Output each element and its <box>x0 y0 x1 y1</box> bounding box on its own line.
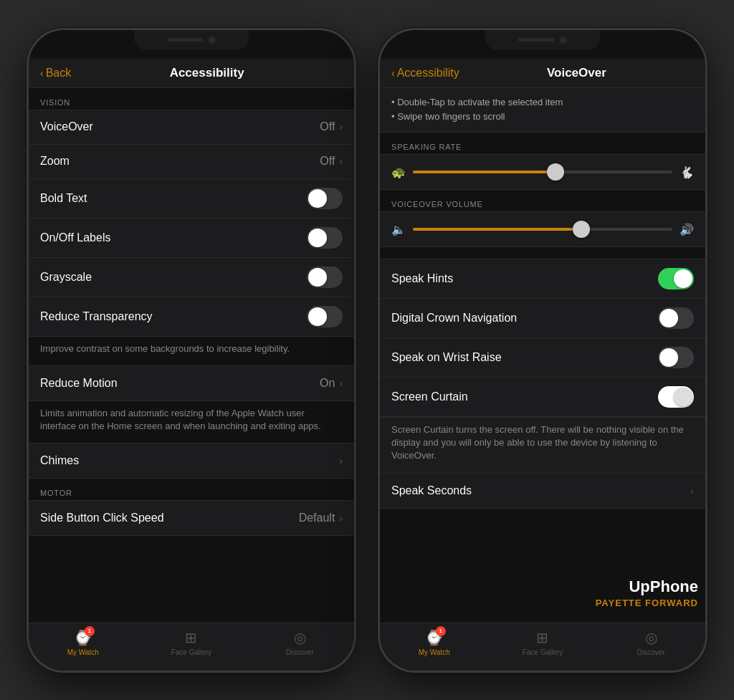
side-button-label: Side Button Click Speed <box>40 512 299 524</box>
status-bar-1 <box>29 30 354 59</box>
voiceover-row[interactable]: VoiceOver Off › <box>29 110 354 145</box>
grayscale-knob <box>308 268 327 287</box>
tab-discover-2[interactable]: ◎ Discover <box>597 629 705 656</box>
back-button-1[interactable]: ‹ Back <box>40 67 71 80</box>
rabbit-icon: 🐇 <box>680 166 694 179</box>
discover-label-1: Discover <box>286 648 314 656</box>
speak-hints-toggle[interactable] <box>658 268 694 289</box>
reduce-motion-row[interactable]: Reduce Motion On › <box>29 366 354 401</box>
tab-face-gallery-1[interactable]: ⊞ Face Gallery <box>137 629 245 656</box>
digital-crown-toggle[interactable] <box>658 307 694 329</box>
back-chevron-2: ‹ <box>391 67 395 79</box>
voiceover-toggles-group: Speak Hints Digital Crown Navigation <box>380 259 705 417</box>
nav-bar-1: ‹ Back Accessibility <box>29 59 354 88</box>
tab-discover-1[interactable]: ◎ Discover <box>246 629 354 656</box>
speaking-rate-slider-row[interactable]: 🐢 🐇 <box>380 154 705 190</box>
back-label-2: Accessibility <box>397 67 459 80</box>
back-button-2[interactable]: ‹ Accessibility <box>391 67 459 80</box>
back-chevron-1: ‹ <box>40 67 44 79</box>
vision-group: VoiceOver Off › Zoom Off › Bold Text <box>29 110 354 337</box>
discover-icon-1: ◎ <box>291 629 308 646</box>
section-vision: VISION <box>29 88 354 110</box>
voiceover-info-box: • Double-Tap to activate the selected it… <box>380 88 705 133</box>
voiceover-volume-track[interactable] <box>413 219 672 239</box>
watch-badge-2: 1 <box>436 626 446 636</box>
motion-description: Limits animation and automatic resizing … <box>29 401 354 443</box>
nav-bar-2: ‹ Accessibility VoiceOver <box>380 59 705 88</box>
speaking-rate-fill <box>413 171 556 173</box>
info-line-2: • Swipe two fingers to scroll <box>391 110 694 125</box>
turtle-icon: 🐢 <box>391 166 406 179</box>
voiceover-volume-slider-row[interactable]: 🔈 🔊 <box>380 211 705 247</box>
info-line-1: • Double-Tap to activate the selected it… <box>391 95 694 110</box>
phone-1-screen: ‹ Back Accessibility VISION VoiceOver Of… <box>29 30 354 671</box>
volume-high-icon: 🔊 <box>680 223 694 236</box>
speaking-rate-header: SPEAKING RATE <box>380 133 705 154</box>
side-button-value: Default <box>299 512 335 524</box>
reduce-transparency-knob <box>308 307 327 326</box>
speak-wrist-label: Speak on Wrist Raise <box>391 351 658 364</box>
chimes-label: Chimes <box>40 454 339 467</box>
discover-icon-2: ◎ <box>642 629 659 646</box>
speak-wrist-row[interactable]: Speak on Wrist Raise <box>380 338 705 378</box>
speak-hints-row[interactable]: Speak Hints <box>380 259 705 299</box>
nav-title-1: Accessibility <box>170 66 244 80</box>
tab-my-watch-2[interactable]: ⌚ 1 My Watch <box>380 629 488 656</box>
speak-seconds-label: Speak Seconds <box>391 484 690 497</box>
scroll-content-1[interactable]: VISION VoiceOver Off › Zoom Off › <box>29 88 354 623</box>
nav-title-2: VoiceOver <box>547 66 606 80</box>
speaker-2 <box>518 38 554 42</box>
my-watch-label-1: My Watch <box>67 648 99 656</box>
section-motor: MOTOR <box>29 479 354 500</box>
main-container: ‹ Back Accessibility VISION VoiceOver Of… <box>27 28 707 673</box>
tab-bar-2: ⌚ 1 My Watch ⊞ Face Gallery ◎ Discover <box>380 623 705 671</box>
watermark-upphone: UpPhone <box>596 577 698 598</box>
onoff-labels-row[interactable]: On/Off Labels <box>29 219 354 258</box>
reduce-transparency-toggle[interactable] <box>307 306 343 327</box>
motion-group: Reduce Motion On › <box>29 365 354 401</box>
notch-1 <box>134 30 249 50</box>
tab-face-gallery-2[interactable]: ⊞ Face Gallery <box>488 629 596 656</box>
grayscale-row[interactable]: Grayscale <box>29 258 354 297</box>
phone-2-screen: ‹ Accessibility VoiceOver • Double-Tap t… <box>380 30 705 671</box>
digital-crown-label: Digital Crown Navigation <box>391 312 658 325</box>
side-button-row[interactable]: Side Button Click Speed Default › <box>29 501 354 535</box>
speaking-rate-thumb[interactable] <box>547 163 564 181</box>
digital-crown-knob <box>659 309 678 327</box>
scroll-content-2[interactable]: • Double-Tap to activate the selected it… <box>380 88 705 623</box>
screen-curtain-label: Screen Curtain <box>391 390 658 403</box>
phone-1: ‹ Back Accessibility VISION VoiceOver Of… <box>27 28 356 673</box>
digital-crown-row[interactable]: Digital Crown Navigation <box>380 299 705 338</box>
voiceover-chevron: › <box>339 121 343 133</box>
screen-curtain-row[interactable]: Screen Curtain <box>380 378 705 416</box>
screen-curtain-description: Screen Curtain turns the screen off. The… <box>380 417 705 473</box>
face-gallery-label-2: Face Gallery <box>523 648 563 656</box>
notch-2 <box>485 30 600 50</box>
chimes-row[interactable]: Chimes › <box>29 444 354 478</box>
bold-text-toggle[interactable] <box>307 188 343 209</box>
onoff-labels-knob <box>308 229 327 247</box>
voiceover-label: VoiceOver <box>40 120 320 133</box>
speak-seconds-row[interactable]: Speak Seconds › <box>380 474 705 508</box>
watermark-pf: PAYETTE FORWARD <box>596 598 698 610</box>
zoom-row[interactable]: Zoom Off › <box>29 145 354 179</box>
spacer-1 <box>380 247 705 259</box>
screen-curtain-toggle[interactable] <box>658 386 694 408</box>
my-watch-label-2: My Watch <box>419 648 450 656</box>
bold-text-row[interactable]: Bold Text <box>29 179 354 219</box>
watch-badge-1: 1 <box>85 626 95 636</box>
speaking-rate-track[interactable] <box>413 162 672 182</box>
reduce-transparency-label: Reduce Transparency <box>40 310 307 323</box>
voiceover-volume-fill <box>413 228 581 231</box>
tab-my-watch-1[interactable]: ⌚ 1 My Watch <box>29 629 137 656</box>
zoom-chevron: › <box>339 155 343 167</box>
speak-wrist-toggle[interactable] <box>658 347 694 368</box>
phone-2: ‹ Accessibility VoiceOver • Double-Tap t… <box>378 28 707 673</box>
onoff-labels-toggle[interactable] <box>307 227 343 249</box>
grayscale-toggle[interactable] <box>307 267 343 288</box>
face-gallery-label-1: Face Gallery <box>171 648 212 656</box>
reduce-transparency-row[interactable]: Reduce Transparency <box>29 297 354 336</box>
voiceover-volume-thumb[interactable] <box>573 221 590 238</box>
volume-low-icon: 🔈 <box>391 223 406 236</box>
onoff-labels-label: On/Off Labels <box>40 231 307 244</box>
